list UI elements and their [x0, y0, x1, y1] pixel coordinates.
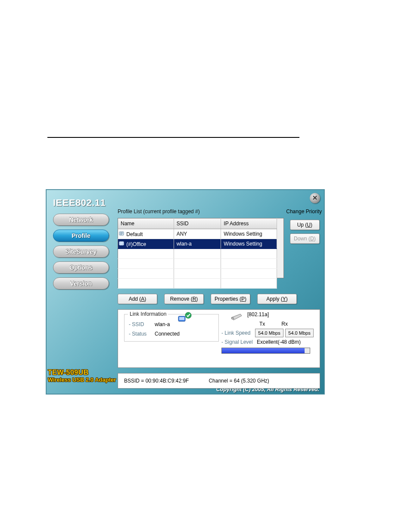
link-info-legend: Link Information — [128, 311, 168, 317]
link-speed-label: - Link Speed — [221, 330, 253, 336]
apply-button[interactable]: Apply (Y) — [257, 294, 297, 304]
signal-level-bar — [221, 348, 310, 354]
col-ssid[interactable]: SSID — [174, 218, 221, 229]
profile-table[interactable]: Name SSID IP Address Default — [118, 218, 277, 289]
priority-up-button[interactable]: Up (U) — [290, 220, 320, 230]
table-row[interactable] — [118, 269, 277, 279]
model-line1: TEW-509UB — [48, 369, 121, 376]
vertical-scrollbar[interactable] — [277, 218, 284, 278]
nav-version[interactable]: Version — [53, 277, 109, 289]
profile-icon — [119, 231, 125, 236]
cell-ssid: wlan-a — [174, 239, 221, 249]
nav-sitesurvey[interactable]: SiteSurvey — [53, 246, 109, 258]
main-content: Profile List (current profile tagged #) … — [118, 208, 320, 389]
adapter-model: TEW-509UB Wireless USB 2.0 Adapter — [47, 369, 121, 383]
radio-mode: [802.11a] — [247, 311, 269, 317]
bssid-value: BSSID = 00:90:4B:C9:42:9F — [124, 378, 189, 384]
profile-icon — [119, 241, 125, 246]
profile-actions: Add (A) Remove (R) Properties (P) Apply … — [118, 294, 320, 304]
close-icon — [312, 195, 318, 202]
change-priority-label: Change Priority — [286, 208, 322, 215]
ssid-label: - SSID — [129, 321, 149, 327]
svg-rect-3 — [179, 317, 184, 320]
table-row[interactable] — [118, 249, 277, 259]
channel-value: Channel = 64 (5.320 GHz) — [209, 378, 269, 384]
profile-table-wrap: Name SSID IP Address Default — [118, 218, 320, 289]
table-row[interactable]: Default ANY Windows Setting — [118, 229, 277, 239]
brand-title: IEEE802.11 — [53, 197, 106, 208]
col-ip[interactable]: IP Address — [221, 218, 277, 229]
signal-level-label: - Signal Level — [221, 339, 253, 345]
nav-network[interactable]: Network — [53, 214, 109, 226]
table-row[interactable]: (#)Office wlan-a Windows Setting — [118, 239, 277, 249]
link-info-panel: Link Information - SSID wlan-a — [118, 309, 320, 368]
cell-ip: Windows Setting — [221, 229, 277, 239]
model-line2: Wireless USB 2.0 Adapter — [48, 376, 121, 383]
nav-profile[interactable]: Profile — [53, 230, 109, 242]
properties-button[interactable]: Properties (P) — [211, 294, 250, 304]
cell-ssid: ANY — [174, 229, 221, 239]
signal-level-fill — [222, 348, 305, 353]
horizontal-rule — [47, 137, 299, 138]
ssid-value: wlan-a — [155, 321, 170, 327]
wireless-utility-window: IEEE802.11 Network Profile SiteSurvey Op… — [46, 189, 325, 395]
add-button[interactable]: Add (A) — [118, 294, 157, 304]
tx-speed-value: 54.0 Mbps — [255, 329, 283, 337]
priority-buttons: Up (U) Down (D) — [290, 220, 320, 244]
nav-options[interactable]: Options — [53, 261, 109, 274]
col-name[interactable]: Name — [118, 218, 174, 229]
close-button[interactable] — [310, 193, 320, 203]
status-label: - Status — [129, 331, 149, 337]
cell-ip: Windows Setting — [221, 239, 277, 249]
computer-network-icon — [178, 312, 193, 325]
svg-point-5 — [231, 317, 234, 319]
cell-name: Default — [126, 231, 143, 237]
signal-level-value: Excellent(-48 dBm) — [257, 339, 301, 345]
bssid-panel: BSSID = 00:90:4B:C9:42:9F Channel = 64 (… — [118, 373, 320, 389]
tx-label: Tx — [259, 321, 265, 327]
priority-down-button[interactable]: Down (D) — [290, 233, 320, 244]
svg-point-4 — [185, 312, 191, 318]
table-header-row: Name SSID IP Address — [118, 218, 277, 229]
device-icon — [230, 311, 243, 322]
table-row[interactable] — [118, 279, 277, 289]
rx-label: Rx — [281, 321, 288, 327]
link-info-fieldset: Link Information - SSID wlan-a — [124, 314, 219, 342]
rx-speed-value: 54.0 Mbps — [285, 329, 314, 337]
remove-button[interactable]: Remove (R) — [164, 294, 204, 304]
status-value: Connected — [155, 331, 180, 337]
profile-list-title: Profile List (current profile tagged #) — [118, 208, 200, 215]
table-row[interactable] — [118, 259, 277, 269]
side-nav: Network Profile SiteSurvey Options Versi… — [53, 214, 109, 293]
cell-name: (#)Office — [126, 241, 146, 247]
